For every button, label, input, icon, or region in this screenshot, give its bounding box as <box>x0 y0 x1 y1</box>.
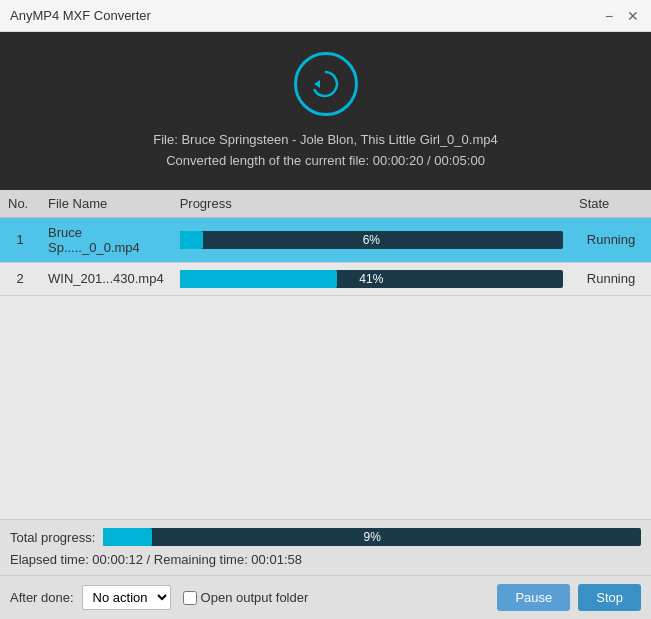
row1-filename: Bruce Sp....._0_0.mp4 <box>40 217 172 262</box>
svg-marker-0 <box>314 80 320 88</box>
table-header-row: No. File Name Progress State <box>0 190 651 218</box>
header-area: File: Bruce Springsteen - Jole Blon, Thi… <box>0 32 651 190</box>
stop-button[interactable]: Stop <box>578 584 641 611</box>
after-done-select[interactable]: No action <box>82 585 171 610</box>
total-progress-percent: 9% <box>103 528 641 546</box>
bottom-area: Total progress: 9% Elapsed time: 00:00:1… <box>0 519 651 619</box>
after-done-label: After done: <box>10 590 74 605</box>
row2-filename: WIN_201...430.mp4 <box>40 262 172 295</box>
open-output-checkbox[interactable] <box>183 591 197 605</box>
title-bar: AnyMP4 MXF Converter − ✕ <box>0 0 651 32</box>
row2-no: 2 <box>0 262 40 295</box>
col-state: State <box>571 190 651 218</box>
row2-progress: 41% <box>172 262 571 295</box>
refresh-icon-circle <box>294 52 358 116</box>
row1-state: Running <box>571 217 651 262</box>
row2-progress-label: 41% <box>180 270 563 288</box>
file-info: File: Bruce Springsteen - Jole Blon, Thi… <box>153 130 497 172</box>
app-title: AnyMP4 MXF Converter <box>10 8 151 23</box>
elapsed-time-text: Elapsed time: 00:00:12 / Remaining time:… <box>10 552 302 567</box>
file-table-container: No. File Name Progress State 1 Bruce Sp.… <box>0 190 651 519</box>
open-folder-wrap: Open output folder <box>183 590 309 605</box>
table-row[interactable]: 2 WIN_201...430.mp4 41% Running <box>0 262 651 295</box>
total-progress-track: 9% <box>103 528 641 546</box>
refresh-icon <box>308 66 344 102</box>
file-table: No. File Name Progress State 1 Bruce Sp.… <box>0 190 651 296</box>
minimize-button[interactable]: − <box>601 8 617 24</box>
table-row[interactable]: 1 Bruce Sp....._0_0.mp4 6% Running <box>0 217 651 262</box>
col-filename: File Name <box>40 190 172 218</box>
col-no: No. <box>0 190 40 218</box>
row2-progress-track: 41% <box>180 270 563 288</box>
pause-button[interactable]: Pause <box>497 584 570 611</box>
action-row: After done: No action Open output folder… <box>0 575 651 619</box>
window-controls: − ✕ <box>601 8 641 24</box>
row1-no: 1 <box>0 217 40 262</box>
total-progress-row: Total progress: 9% <box>0 520 651 550</box>
open-output-label: Open output folder <box>201 590 309 605</box>
close-button[interactable]: ✕ <box>625 8 641 24</box>
row2-state: Running <box>571 262 651 295</box>
row1-progress-track: 6% <box>180 231 563 249</box>
converted-length: Converted length of the current file: 00… <box>153 151 497 172</box>
col-progress: Progress <box>172 190 571 218</box>
total-progress-label: Total progress: <box>10 530 95 545</box>
row1-progress: 6% <box>172 217 571 262</box>
elapsed-time-row: Elapsed time: 00:00:12 / Remaining time:… <box>0 550 651 575</box>
row1-progress-label: 6% <box>180 231 563 249</box>
file-name: File: Bruce Springsteen - Jole Blon, Thi… <box>153 130 497 151</box>
